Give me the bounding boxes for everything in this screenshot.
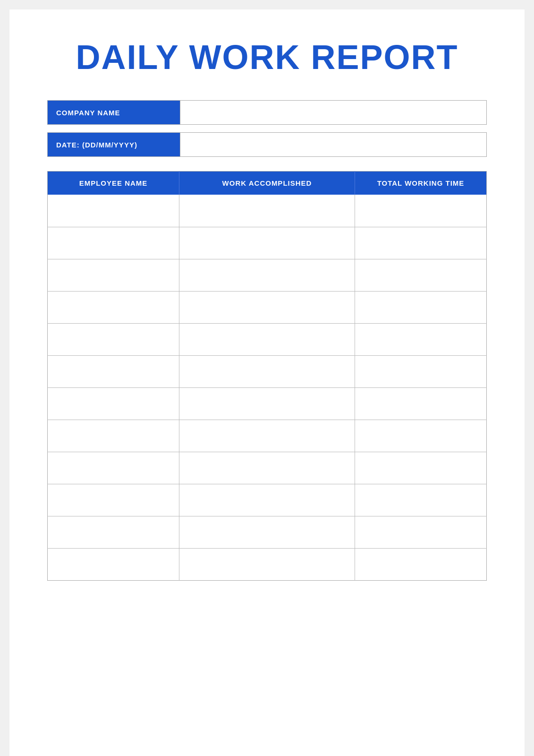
report-table: EMPLOYEE NAME WORK ACCOMPLISHED TOTAL WO… bbox=[47, 171, 487, 581]
cell-work[interactable] bbox=[179, 291, 355, 323]
cell-employee[interactable] bbox=[48, 259, 179, 291]
table-body bbox=[48, 195, 487, 580]
cell-time[interactable] bbox=[355, 323, 487, 355]
table-section: EMPLOYEE NAME WORK ACCOMPLISHED TOTAL WO… bbox=[47, 171, 487, 581]
cell-work[interactable] bbox=[179, 387, 355, 420]
cell-employee[interactable] bbox=[48, 195, 179, 227]
cell-employee[interactable] bbox=[48, 548, 179, 580]
cell-employee[interactable] bbox=[48, 452, 179, 484]
date-row: DATE: (DD/MM/YYYY) bbox=[47, 132, 487, 157]
cell-time[interactable] bbox=[355, 195, 487, 227]
page: DAILY WORK REPORT COMPANY NAME DATE: (DD… bbox=[9, 9, 525, 756]
cell-time[interactable] bbox=[355, 355, 487, 387]
header-employee: EMPLOYEE NAME bbox=[48, 172, 179, 195]
cell-work[interactable] bbox=[179, 516, 355, 548]
table-row bbox=[48, 516, 487, 548]
header-time: TOTAL WORKING TIME bbox=[355, 172, 487, 195]
cell-work[interactable] bbox=[179, 484, 355, 516]
table-row bbox=[48, 323, 487, 355]
cell-employee[interactable] bbox=[48, 291, 179, 323]
info-section: COMPANY NAME DATE: (DD/MM/YYYY) bbox=[47, 100, 487, 157]
cell-employee[interactable] bbox=[48, 420, 179, 452]
cell-work[interactable] bbox=[179, 355, 355, 387]
cell-employee[interactable] bbox=[48, 484, 179, 516]
cell-time[interactable] bbox=[355, 387, 487, 420]
table-row bbox=[48, 548, 487, 580]
cell-work[interactable] bbox=[179, 548, 355, 580]
table-row bbox=[48, 227, 487, 259]
cell-time[interactable] bbox=[355, 516, 487, 548]
cell-work[interactable] bbox=[179, 195, 355, 227]
cell-employee[interactable] bbox=[48, 516, 179, 548]
cell-time[interactable] bbox=[355, 291, 487, 323]
cell-employee[interactable] bbox=[48, 227, 179, 259]
table-row bbox=[48, 355, 487, 387]
cell-work[interactable] bbox=[179, 259, 355, 291]
cell-time[interactable] bbox=[355, 548, 487, 580]
cell-employee[interactable] bbox=[48, 323, 179, 355]
cell-time[interactable] bbox=[355, 227, 487, 259]
table-row bbox=[48, 420, 487, 452]
cell-time[interactable] bbox=[355, 259, 487, 291]
cell-time[interactable] bbox=[355, 420, 487, 452]
cell-employee[interactable] bbox=[48, 387, 179, 420]
cell-time[interactable] bbox=[355, 484, 487, 516]
cell-employee[interactable] bbox=[48, 355, 179, 387]
date-value[interactable] bbox=[180, 133, 486, 156]
table-row bbox=[48, 452, 487, 484]
table-row bbox=[48, 387, 487, 420]
cell-time[interactable] bbox=[355, 452, 487, 484]
header-work: WORK ACCOMPLISHED bbox=[179, 172, 355, 195]
company-row: COMPANY NAME bbox=[47, 100, 487, 125]
company-label: COMPANY NAME bbox=[48, 101, 180, 124]
cell-work[interactable] bbox=[179, 452, 355, 484]
company-value[interactable] bbox=[180, 101, 486, 124]
date-label: DATE: (DD/MM/YYYY) bbox=[48, 133, 180, 156]
page-title: DAILY WORK REPORT bbox=[47, 38, 487, 77]
cell-work[interactable] bbox=[179, 227, 355, 259]
table-row bbox=[48, 259, 487, 291]
cell-work[interactable] bbox=[179, 420, 355, 452]
table-header-row: EMPLOYEE NAME WORK ACCOMPLISHED TOTAL WO… bbox=[48, 172, 487, 195]
cell-work[interactable] bbox=[179, 323, 355, 355]
table-row bbox=[48, 291, 487, 323]
table-row bbox=[48, 484, 487, 516]
table-row bbox=[48, 195, 487, 227]
